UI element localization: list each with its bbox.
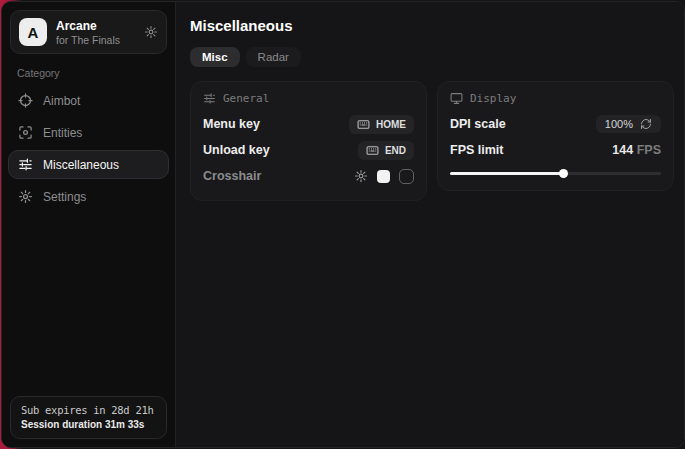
sidebar-nav: Aimbot Entities Miscellaneous [2,86,175,211]
gear-icon[interactable] [144,25,158,39]
keyboard-icon [357,118,370,131]
sidebar-item-label: Entities [43,126,82,140]
dpi-scale-label: DPI scale [450,117,506,131]
app-subtitle: for The Finals [56,34,120,46]
slider-fill [450,172,564,175]
unload-key-value: END [385,145,406,156]
crosshair-checkbox[interactable] [399,169,414,184]
card-title: General [223,92,269,105]
crosshair-row: Crosshair [203,164,414,188]
unload-key-bind-button[interactable]: END [358,141,414,160]
menu-key-label: Menu key [203,117,260,131]
sidebar-item-entities[interactable]: Entities [8,118,169,147]
sidebar-item-label: Aimbot [43,94,80,108]
keyboard-icon [366,144,379,157]
tab-bar: Misc Radar [190,47,674,67]
fps-limit-row: FPS limit 144 FPS [450,138,661,162]
fps-limit-slider[interactable] [450,169,661,178]
gear-icon [18,189,33,204]
fps-limit-label: FPS limit [450,143,503,157]
app-logo: A [19,18,47,46]
tab-misc[interactable]: Misc [190,47,240,67]
subscription-info-box: Sub expires in 28d 21h Session duration … [10,396,167,439]
scan-icon [18,125,33,140]
sidebar-item-settings[interactable]: Settings [8,182,169,211]
sidebar-item-label: Settings [43,190,86,204]
fps-limit-value: 144 FPS [612,143,661,157]
crosshair-icon [18,93,33,108]
menu-key-value: HOME [376,119,406,130]
session-duration-text: Session duration 31m 33s [21,419,156,430]
app-title: Arcane [56,19,120,33]
display-card: Display DPI scale 100% [437,81,674,191]
general-card: General Menu key HOME [190,81,427,201]
menu-key-bind-button[interactable]: HOME [349,115,414,134]
sliders-icon [203,92,216,105]
unload-key-row: Unload key END [203,138,414,162]
brand-card: A Arcane for The Finals [10,10,167,54]
sliders-icon [18,157,33,172]
dpi-scale-row: DPI scale 100% [450,112,661,136]
page-title: Miscellaneous [190,17,674,34]
card-title: Display [470,92,516,105]
monitor-icon [450,92,463,105]
sidebar-item-label: Miscellaneous [43,158,119,172]
unload-key-label: Unload key [203,143,270,157]
menu-key-row: Menu key HOME [203,112,414,136]
app-window: A Arcane for The Finals Category [1,1,685,448]
dpi-scale-select[interactable]: 100% [596,115,661,133]
dpi-scale-value: 100% [605,118,633,130]
crosshair-settings-gear-icon[interactable] [354,169,368,183]
crosshair-label: Crosshair [203,169,261,183]
crosshair-color-swatch[interactable] [377,170,390,183]
fps-unit: FPS [637,143,661,157]
sub-expiry-text: Sub expires in 28d 21h [21,404,156,416]
cycle-icon [640,118,652,130]
settings-cards: General Menu key HOME [190,81,674,201]
slider-thumb[interactable] [559,169,568,178]
sidebar-item-miscellaneous[interactable]: Miscellaneous [8,150,169,179]
sidebar: A Arcane for The Finals Category [2,2,176,447]
main-panel: Miscellaneous Misc Radar General Menu ke… [176,2,685,447]
tab-radar[interactable]: Radar [246,47,301,67]
category-label: Category [17,67,175,79]
sidebar-item-aimbot[interactable]: Aimbot [8,86,169,115]
